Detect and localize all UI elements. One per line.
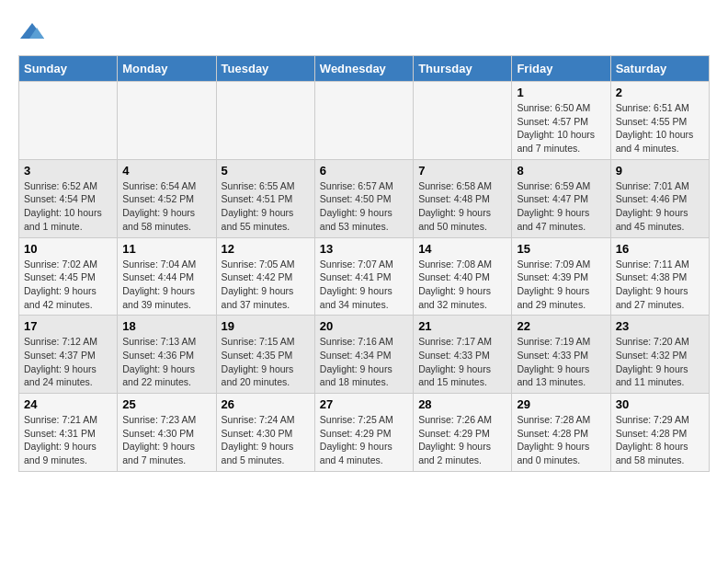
header-cell-wednesday: Wednesday xyxy=(314,56,413,82)
day-info: Sunrise: 7:02 AM Sunset: 4:45 PM Dayligh… xyxy=(24,258,112,312)
day-number: 18 xyxy=(122,319,210,333)
day-info: Sunrise: 7:19 AM Sunset: 4:33 PM Dayligh… xyxy=(517,335,605,389)
day-info: Sunrise: 7:17 AM Sunset: 4:33 PM Dayligh… xyxy=(418,335,506,389)
day-number: 7 xyxy=(418,164,506,178)
day-info: Sunrise: 7:16 AM Sunset: 4:34 PM Dayligh… xyxy=(320,335,408,389)
day-cell: 4Sunrise: 6:54 AM Sunset: 4:52 PM Daylig… xyxy=(118,159,216,237)
day-info: Sunrise: 7:09 AM Sunset: 4:39 PM Dayligh… xyxy=(517,258,605,312)
day-info: Sunrise: 6:59 AM Sunset: 4:47 PM Dayligh… xyxy=(517,179,605,234)
day-cell: 11Sunrise: 7:04 AM Sunset: 4:44 PM Dayli… xyxy=(118,237,216,316)
header-cell-thursday: Thursday xyxy=(414,56,512,82)
logo-icon xyxy=(18,18,46,46)
day-cell xyxy=(118,82,216,160)
day-cell: 16Sunrise: 7:11 AM Sunset: 4:38 PM Dayli… xyxy=(610,237,709,316)
day-info: Sunrise: 7:12 AM Sunset: 4:37 PM Dayligh… xyxy=(24,335,112,389)
day-info: Sunrise: 7:29 AM Sunset: 4:28 PM Dayligh… xyxy=(616,413,704,467)
day-number: 25 xyxy=(122,397,210,411)
day-info: Sunrise: 7:21 AM Sunset: 4:31 PM Dayligh… xyxy=(24,413,112,467)
header-cell-saturday: Saturday xyxy=(610,56,709,82)
calendar-body: 1Sunrise: 6:50 AM Sunset: 4:57 PM Daylig… xyxy=(19,82,710,472)
day-info: Sunrise: 7:05 AM Sunset: 4:42 PM Dayligh… xyxy=(222,258,310,312)
day-info: Sunrise: 6:55 AM Sunset: 4:51 PM Dayligh… xyxy=(222,179,310,234)
day-cell: 6Sunrise: 6:57 AM Sunset: 4:50 PM Daylig… xyxy=(314,159,413,237)
day-number: 4 xyxy=(122,164,210,178)
day-info: Sunrise: 7:28 AM Sunset: 4:28 PM Dayligh… xyxy=(517,413,605,467)
day-cell: 7Sunrise: 6:58 AM Sunset: 4:48 PM Daylig… xyxy=(414,159,512,237)
day-number: 5 xyxy=(222,164,310,178)
day-info: Sunrise: 7:23 AM Sunset: 4:30 PM Dayligh… xyxy=(122,413,210,467)
header-cell-friday: Friday xyxy=(512,56,610,82)
day-number: 6 xyxy=(320,164,408,178)
day-number: 2 xyxy=(616,86,704,99)
day-number: 8 xyxy=(517,164,605,178)
day-info: Sunrise: 7:25 AM Sunset: 4:29 PM Dayligh… xyxy=(320,413,408,467)
day-cell: 23Sunrise: 7:20 AM Sunset: 4:32 PM Dayli… xyxy=(610,316,709,394)
day-number: 14 xyxy=(418,242,506,256)
day-info: Sunrise: 6:57 AM Sunset: 4:50 PM Dayligh… xyxy=(320,179,408,234)
day-cell: 13Sunrise: 7:07 AM Sunset: 4:41 PM Dayli… xyxy=(314,237,413,316)
day-number: 24 xyxy=(24,397,112,411)
day-cell: 28Sunrise: 7:26 AM Sunset: 4:29 PM Dayli… xyxy=(414,394,512,472)
day-number: 13 xyxy=(320,242,408,256)
day-cell: 5Sunrise: 6:55 AM Sunset: 4:51 PM Daylig… xyxy=(216,159,314,237)
header-row: SundayMondayTuesdayWednesdayThursdayFrid… xyxy=(19,56,710,82)
week-row-4: 17Sunrise: 7:12 AM Sunset: 4:37 PM Dayli… xyxy=(19,316,710,394)
day-number: 1 xyxy=(517,86,605,99)
week-row-5: 24Sunrise: 7:21 AM Sunset: 4:31 PM Dayli… xyxy=(19,394,710,472)
day-cell: 1Sunrise: 6:50 AM Sunset: 4:57 PM Daylig… xyxy=(512,82,610,160)
day-cell: 9Sunrise: 7:01 AM Sunset: 4:46 PM Daylig… xyxy=(610,159,709,237)
calendar-table: SundayMondayTuesdayWednesdayThursdayFrid… xyxy=(18,55,710,472)
day-number: 17 xyxy=(24,319,112,333)
day-number: 27 xyxy=(320,397,408,411)
day-cell: 10Sunrise: 7:02 AM Sunset: 4:45 PM Dayli… xyxy=(19,237,118,316)
day-info: Sunrise: 7:01 AM Sunset: 4:46 PM Dayligh… xyxy=(616,179,704,234)
day-number: 28 xyxy=(418,397,506,411)
day-cell: 3Sunrise: 6:52 AM Sunset: 4:54 PM Daylig… xyxy=(19,159,118,237)
day-info: Sunrise: 6:50 AM Sunset: 4:57 PM Dayligh… xyxy=(517,101,605,155)
day-number: 3 xyxy=(24,164,112,178)
day-cell xyxy=(19,82,118,160)
day-number: 22 xyxy=(517,319,605,333)
day-number: 20 xyxy=(320,319,408,333)
day-cell: 24Sunrise: 7:21 AM Sunset: 4:31 PM Dayli… xyxy=(19,394,118,472)
day-number: 12 xyxy=(222,242,310,256)
day-cell: 15Sunrise: 7:09 AM Sunset: 4:39 PM Dayli… xyxy=(512,237,610,316)
day-number: 16 xyxy=(616,242,704,256)
day-cell: 14Sunrise: 7:08 AM Sunset: 4:40 PM Dayli… xyxy=(414,237,512,316)
day-cell xyxy=(216,82,314,160)
week-row-2: 3Sunrise: 6:52 AM Sunset: 4:54 PM Daylig… xyxy=(19,159,710,237)
day-cell: 30Sunrise: 7:29 AM Sunset: 4:28 PM Dayli… xyxy=(610,394,709,472)
day-cell xyxy=(414,82,512,160)
day-cell: 21Sunrise: 7:17 AM Sunset: 4:33 PM Dayli… xyxy=(414,316,512,394)
header-cell-sunday: Sunday xyxy=(19,56,118,82)
day-number: 30 xyxy=(616,397,704,411)
header-cell-tuesday: Tuesday xyxy=(216,56,314,82)
day-number: 23 xyxy=(616,319,704,333)
day-info: Sunrise: 7:08 AM Sunset: 4:40 PM Dayligh… xyxy=(418,258,506,312)
day-cell: 29Sunrise: 7:28 AM Sunset: 4:28 PM Dayli… xyxy=(512,394,610,472)
day-info: Sunrise: 7:11 AM Sunset: 4:38 PM Dayligh… xyxy=(616,258,704,312)
day-info: Sunrise: 7:20 AM Sunset: 4:32 PM Dayligh… xyxy=(616,335,704,389)
logo xyxy=(18,18,50,46)
day-info: Sunrise: 6:58 AM Sunset: 4:48 PM Dayligh… xyxy=(418,179,506,234)
day-number: 29 xyxy=(517,397,605,411)
day-cell xyxy=(314,82,413,160)
day-cell: 26Sunrise: 7:24 AM Sunset: 4:30 PM Dayli… xyxy=(216,394,314,472)
week-row-1: 1Sunrise: 6:50 AM Sunset: 4:57 PM Daylig… xyxy=(19,82,710,160)
day-info: Sunrise: 7:07 AM Sunset: 4:41 PM Dayligh… xyxy=(320,258,408,312)
day-info: Sunrise: 7:04 AM Sunset: 4:44 PM Dayligh… xyxy=(122,258,210,312)
day-cell: 18Sunrise: 7:13 AM Sunset: 4:36 PM Dayli… xyxy=(118,316,216,394)
day-cell: 2Sunrise: 6:51 AM Sunset: 4:55 PM Daylig… xyxy=(610,82,709,160)
day-cell: 27Sunrise: 7:25 AM Sunset: 4:29 PM Dayli… xyxy=(314,394,413,472)
week-row-3: 10Sunrise: 7:02 AM Sunset: 4:45 PM Dayli… xyxy=(19,237,710,316)
day-cell: 12Sunrise: 7:05 AM Sunset: 4:42 PM Dayli… xyxy=(216,237,314,316)
day-info: Sunrise: 7:15 AM Sunset: 4:35 PM Dayligh… xyxy=(222,335,310,389)
day-info: Sunrise: 7:13 AM Sunset: 4:36 PM Dayligh… xyxy=(122,335,210,389)
day-number: 10 xyxy=(24,242,112,256)
day-number: 9 xyxy=(616,164,704,178)
day-cell: 8Sunrise: 6:59 AM Sunset: 4:47 PM Daylig… xyxy=(512,159,610,237)
day-info: Sunrise: 7:26 AM Sunset: 4:29 PM Dayligh… xyxy=(418,413,506,467)
day-number: 19 xyxy=(222,319,310,333)
day-number: 26 xyxy=(222,397,310,411)
day-number: 15 xyxy=(517,242,605,256)
